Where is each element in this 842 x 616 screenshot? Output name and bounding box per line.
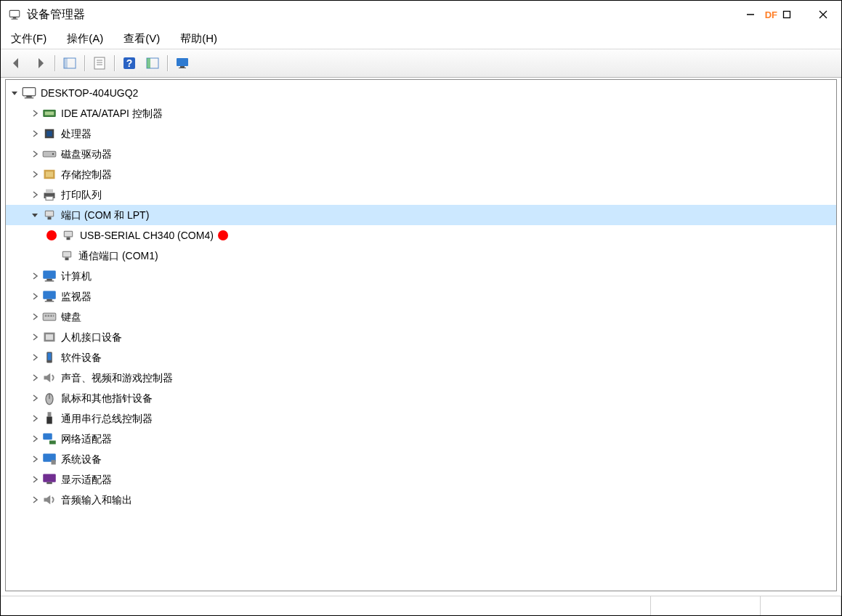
- status-pane: [760, 596, 841, 615]
- tree-item-label: 人机接口设备: [61, 327, 122, 347]
- svg-rect-21: [26, 96, 32, 98]
- tree-item-mouse[interactable]: 鼠标和其他指针设备: [6, 388, 836, 408]
- svg-rect-47: [46, 299, 52, 301]
- tree-item-port-usb[interactable]: USB-SERIAL CH340 (COM4): [6, 225, 836, 246]
- tree-item-audio[interactable]: 音频输入和输出: [6, 490, 836, 510]
- tree-item-label: 软件设备: [61, 347, 102, 368]
- tree-item-label: 声音、视频和游戏控制器: [61, 368, 173, 388]
- tree-item-processors[interactable]: 处理器: [6, 123, 836, 144]
- tree-item-monitor[interactable]: 监视器: [6, 286, 836, 307]
- tree-item-sound[interactable]: 声音、视频和游戏控制器: [6, 368, 836, 388]
- close-button[interactable]: [805, 1, 841, 28]
- menu-action[interactable]: 操作(A): [64, 31, 106, 47]
- svg-rect-65: [52, 460, 56, 464]
- chevron-right-icon[interactable]: [29, 148, 41, 160]
- status-pane: [650, 596, 760, 615]
- svg-rect-36: [48, 217, 52, 220]
- svg-rect-62: [43, 434, 52, 440]
- show-hide-tree-button[interactable]: [58, 52, 81, 75]
- tree-item-ide[interactable]: IDE ATA/ATAPI 控制器: [6, 103, 836, 123]
- tree-item-usb[interactable]: 通用串行总线控制器: [6, 408, 836, 429]
- tree-item-label: 监视器: [61, 286, 92, 307]
- toolbar: ?: [1, 49, 841, 78]
- svg-rect-67: [46, 482, 52, 485]
- chevron-right-icon[interactable]: [29, 392, 41, 404]
- chevron-right-icon[interactable]: [29, 474, 41, 485]
- svg-rect-20: [23, 88, 36, 96]
- tree-item-label: 网络适配器: [61, 429, 112, 449]
- tree-item-label: 音频输入和输出: [61, 490, 132, 510]
- tree-item-label: 磁盘驱动器: [61, 144, 112, 164]
- chevron-right-icon[interactable]: [29, 128, 41, 139]
- chevron-right-icon[interactable]: [29, 352, 41, 363]
- speaker-icon: [42, 370, 57, 385]
- chevron-right-icon[interactable]: [29, 494, 41, 506]
- chevron-right-icon[interactable]: [29, 331, 41, 343]
- chevron-right-icon[interactable]: [29, 453, 41, 465]
- annotation-dot-icon: [46, 230, 57, 240]
- svg-rect-48: [45, 301, 54, 301]
- tree-item-label: 计算机: [61, 266, 92, 286]
- forward-button[interactable]: [28, 52, 52, 75]
- svg-rect-8: [64, 58, 68, 68]
- chevron-right-icon[interactable]: [29, 413, 41, 424]
- svg-rect-22: [25, 97, 34, 98]
- minimize-button[interactable]: [732, 1, 769, 28]
- svg-rect-53: [53, 315, 54, 317]
- tree-item-hid[interactable]: 人机接口设备: [6, 327, 836, 347]
- monitor-icon: [42, 269, 57, 283]
- svg-rect-9: [94, 57, 105, 69]
- svg-rect-39: [67, 238, 70, 240]
- tree-item-disk[interactable]: 磁盘驱动器: [6, 144, 836, 164]
- chevron-right-icon[interactable]: [29, 291, 41, 302]
- svg-rect-35: [46, 211, 53, 216]
- menu-file[interactable]: 文件(F): [8, 31, 49, 47]
- chevron-right-icon[interactable]: [29, 311, 41, 323]
- speaker-icon: [42, 493, 57, 507]
- device-tree[interactable]: DESKTOP-404UGQ2 IDE ATA/ATAPI 控制器 处理器 磁盘…: [5, 79, 837, 591]
- properties-button[interactable]: [88, 52, 111, 75]
- tree-item-label: 存储控制器: [61, 164, 112, 185]
- tree-item-label: IDE ATA/ATAPI 控制器: [61, 103, 163, 123]
- tree-item-computer[interactable]: 计算机: [6, 266, 836, 286]
- chevron-down-icon[interactable]: [29, 209, 41, 221]
- mouse-icon: [42, 391, 57, 405]
- chevron-down-icon[interactable]: [9, 87, 20, 99]
- back-button[interactable]: [5, 52, 28, 75]
- chevron-right-icon[interactable]: [29, 433, 41, 445]
- scan-hardware-button[interactable]: [141, 52, 164, 75]
- chevron-right-icon[interactable]: [29, 169, 41, 180]
- tree-item-port-com1[interactable]: 通信端口 (COM1): [6, 246, 836, 266]
- svg-rect-41: [63, 252, 70, 256]
- help-button[interactable]: ?: [118, 52, 141, 75]
- title-bar: 设备管理器 DF: [1, 1, 841, 28]
- menu-view[interactable]: 查看(V): [121, 31, 163, 47]
- chevron-right-icon[interactable]: [29, 108, 41, 119]
- tree-item-keyboard[interactable]: 键盘: [6, 307, 836, 327]
- tree-item-system[interactable]: 系统设备: [6, 449, 836, 469]
- toolbar-separator: [167, 55, 168, 71]
- tree-item-display[interactable]: 显示适配器: [6, 469, 836, 490]
- tree-item-ports[interactable]: 端口 (COM 和 LPT): [6, 205, 836, 225]
- tree-item-network[interactable]: 网络适配器: [6, 429, 836, 449]
- svg-text:?: ?: [126, 57, 133, 69]
- usb-icon: [42, 411, 57, 426]
- svg-rect-51: [48, 315, 50, 317]
- tree-item-label: 端口 (COM 和 LPT): [61, 205, 149, 225]
- monitor-icon-button[interactable]: [171, 52, 194, 75]
- chevron-right-icon[interactable]: [29, 189, 41, 200]
- chevron-right-icon[interactable]: [29, 372, 41, 384]
- toolbar-separator: [114, 55, 115, 71]
- tree-root[interactable]: DESKTOP-404UGQ2: [6, 83, 836, 103]
- tree-item-storage[interactable]: 存储控制器: [6, 164, 836, 185]
- svg-rect-1: [13, 17, 17, 18]
- tree-item-label: 通信端口 (COM1): [78, 246, 158, 266]
- tree-item-print[interactable]: 打印队列: [6, 185, 836, 205]
- tree-item-software[interactable]: 软件设备: [6, 347, 836, 368]
- chevron-right-icon[interactable]: [29, 270, 41, 282]
- status-pane: [1, 596, 650, 615]
- menu-help[interactable]: 帮助(H): [177, 31, 220, 47]
- svg-rect-32: [46, 190, 53, 193]
- port-icon: [61, 228, 76, 243]
- tree-item-label: 键盘: [61, 307, 81, 327]
